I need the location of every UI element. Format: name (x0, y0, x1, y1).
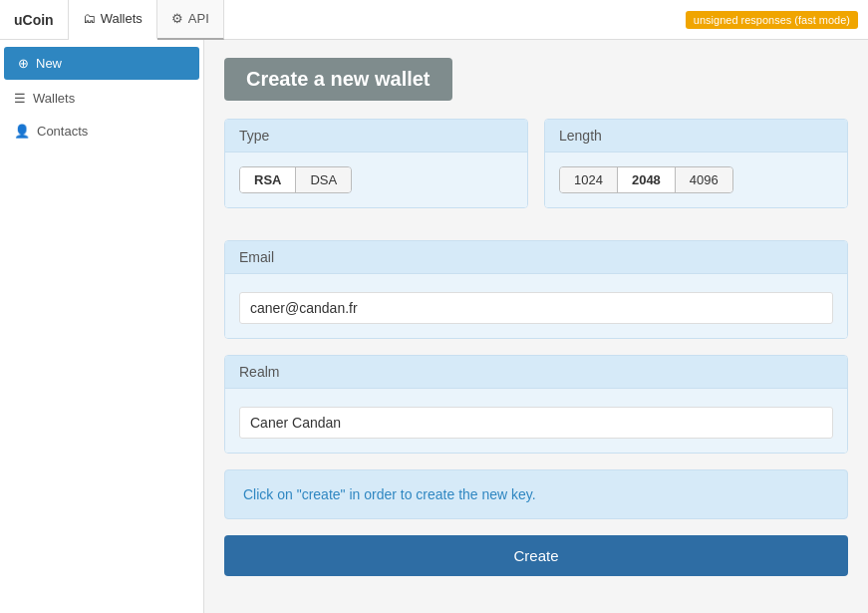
brand: uCoin (0, 0, 69, 40)
api-icon: ⚙ (171, 11, 183, 26)
length-1024-button[interactable]: 1024 (560, 167, 618, 192)
email-body (225, 274, 847, 338)
type-card: Type RSA DSA (224, 119, 528, 208)
type-body: RSA DSA (225, 153, 527, 207)
sidebar: ⊕ New ☰ Wallets 👤 Contacts (0, 40, 204, 613)
sidebar-wallets-label: Wallets (33, 91, 75, 106)
length-card: Length 1024 2048 4096 (544, 119, 848, 208)
type-btn-group: RSA DSA (239, 166, 352, 193)
contacts-icon: 👤 (14, 124, 30, 139)
email-input[interactable] (239, 292, 833, 324)
length-btn-group: 1024 2048 4096 (559, 166, 733, 193)
top-nav: uCoin 🗂 Wallets ⚙ API unsigned responses… (0, 0, 868, 40)
main-content: Create a new wallet Type RSA DSA Length (204, 40, 868, 613)
sidebar-item-contacts[interactable]: 👤 Contacts (0, 115, 203, 148)
create-button[interactable]: Create (224, 535, 848, 576)
sidebar-item-new[interactable]: ⊕ New (4, 47, 199, 80)
info-box: Click on "create" in order to create the… (224, 469, 848, 519)
app-layout: ⊕ New ☰ Wallets 👤 Contacts Create a new … (0, 40, 868, 613)
email-card: Email (224, 240, 848, 339)
wallets-sidebar-icon: ☰ (14, 91, 26, 106)
new-icon: ⊕ (18, 56, 29, 71)
tab-wallets[interactable]: 🗂 Wallets (69, 0, 157, 40)
realm-body (225, 389, 847, 453)
nav-tabs: 🗂 Wallets ⚙ API (69, 0, 224, 40)
type-length-row: Type RSA DSA Length 1024 2048 4096 (224, 119, 848, 224)
sidebar-item-wallets[interactable]: ☰ Wallets (0, 82, 203, 115)
length-body: 1024 2048 4096 (545, 153, 847, 207)
type-dsa-button[interactable]: DSA (296, 167, 351, 192)
realm-card: Realm (224, 355, 848, 454)
length-header: Length (545, 120, 847, 153)
tab-api[interactable]: ⚙ API (157, 0, 224, 40)
unsigned-badge: unsigned responses (fast mode) (686, 11, 858, 29)
realm-header: Realm (225, 356, 847, 389)
length-4096-button[interactable]: 4096 (676, 167, 732, 192)
wallets-icon: 🗂 (83, 11, 96, 26)
sidebar-new-label: New (36, 56, 62, 71)
sidebar-contacts-label: Contacts (37, 124, 88, 139)
tab-api-label: API (188, 11, 209, 26)
type-rsa-button[interactable]: RSA (240, 167, 296, 192)
tab-wallets-label: Wallets (101, 11, 143, 26)
type-header: Type (225, 120, 527, 153)
length-2048-button[interactable]: 2048 (618, 167, 676, 192)
email-header: Email (225, 241, 847, 274)
realm-input[interactable] (239, 407, 833, 439)
page-title: Create a new wallet (224, 58, 452, 101)
